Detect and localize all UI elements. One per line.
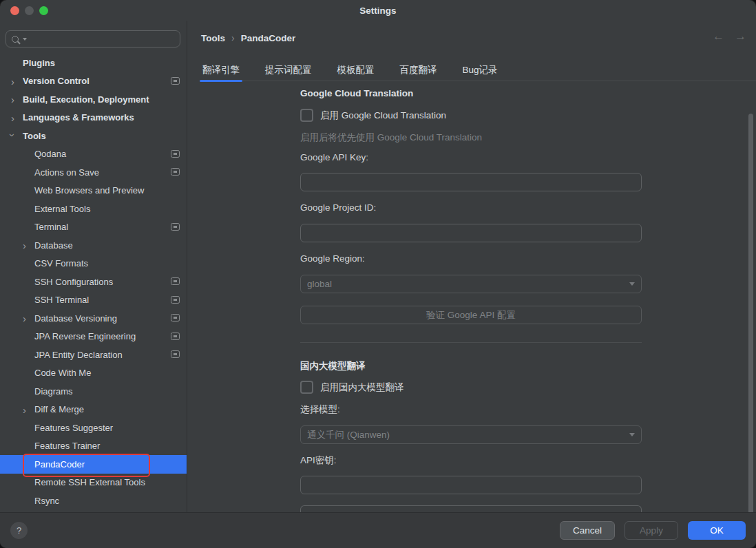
ok-button[interactable]: OK [688, 521, 746, 540]
minimize-button[interactable] [25, 6, 34, 15]
sidebar-item-rsync[interactable]: Rsync [0, 492, 187, 510]
tab-label: 模板配置 [337, 64, 375, 76]
enable-google-row: 启用 Google Cloud Translation [300, 109, 446, 122]
sidebar-item-label: Remote SSH External Tools [34, 477, 145, 487]
zoom-button[interactable] [39, 6, 48, 15]
sidebar-item-label: JPA Entity Declaration [34, 350, 123, 360]
sidebar-item-jpa-entity-declaration[interactable]: JPA Entity Declaration [0, 346, 187, 364]
enable-domestic-checkbox[interactable] [300, 381, 313, 394]
sidebar-item-label: Diagrams [34, 386, 73, 397]
sidebar-item-diff-merge[interactable]: ›Diff & Merge [0, 401, 187, 419]
tab-4[interactable]: 百度翻译 [399, 60, 439, 81]
sidebar-item-tools[interactable]: ›Tools [0, 127, 187, 145]
validate-google-api-button[interactable]: 验证 Google API 配置 [300, 306, 642, 324]
settings-content: Tools › PandaCoder ← → 翻译引擎提示词配置模板配置百度翻译… [187, 21, 756, 513]
tab-1[interactable]: 翻译引擎 [201, 60, 241, 81]
sidebar-item-languages-frameworks[interactable]: ›Languages & Frameworks [0, 109, 187, 127]
chevron-right-icon[interactable]: › [11, 94, 14, 105]
sidebar-item-external-tools[interactable]: External Tools [0, 200, 187, 218]
tab-3[interactable]: 模板配置 [336, 60, 376, 81]
sidebar-item-ssh-terminal[interactable]: SSH Terminal [0, 291, 187, 310]
sidebar-item-label: Code With Me [34, 368, 91, 378]
history-navigation: ← → [713, 30, 746, 42]
chevron-right-icon[interactable]: › [23, 404, 26, 414]
model-select-value: 通义千问 (Qianwen) [307, 429, 390, 441]
sidebar-item-terminal[interactable]: Terminal [0, 218, 187, 237]
google-region-select[interactable]: global [300, 275, 642, 293]
tab-2[interactable]: 提示词配置 [264, 60, 313, 81]
tab-label: Bug记录 [463, 64, 498, 76]
domestic-section-title: 国内大模型翻译 [300, 360, 366, 372]
sidebar-item-web-browsers-and-preview[interactable]: Web Browsers and Preview [0, 182, 187, 200]
sidebar-item-qodana[interactable]: Qodana [0, 145, 187, 164]
chevron-right-icon[interactable]: › [23, 313, 26, 324]
google-api-key-label: Google API Key: [300, 152, 368, 162]
enable-google-checkbox[interactable] [300, 109, 313, 122]
chevron-right-icon[interactable]: › [11, 76, 14, 86]
search-field[interactable] [6, 30, 180, 48]
sidebar-item-ssh-configurations[interactable]: SSH Configurations [0, 273, 187, 291]
traffic-lights [10, 6, 48, 15]
back-icon[interactable]: ← [713, 30, 724, 42]
sidebar-item-pandacoder[interactable]: PandaCoder [0, 455, 187, 474]
sidebar-item-label: Qodana [34, 149, 66, 159]
forward-icon[interactable]: → [735, 30, 746, 42]
settings-page-icon [171, 314, 180, 322]
vertical-scrollbar[interactable] [748, 114, 753, 513]
google-region-label: Google Region: [300, 253, 365, 264]
window-title: Settings [359, 6, 396, 16]
model-select-label: 选择模型: [300, 403, 340, 416]
footer-buttons: Cancel Apply OK [560, 521, 746, 540]
google-region-value: global [307, 279, 332, 289]
search-icon [12, 36, 19, 43]
sidebar-item-label: SSH Terminal [34, 295, 89, 305]
sidebar-item-features-trainer[interactable]: Features Trainer [0, 437, 187, 456]
sidebar-item-csv-formats[interactable]: CSV Formats [0, 255, 187, 273]
close-button[interactable] [10, 6, 19, 15]
sidebar-item-plugins[interactable]: Plugins [0, 54, 187, 72]
sidebar-item-version-control[interactable]: ›Version Control [0, 72, 187, 91]
sidebar-item-label: Features Trainer [34, 441, 100, 451]
sidebar-item-remote-ssh-external-tools[interactable]: Remote SSH External Tools [0, 474, 187, 492]
settings-page-icon [171, 223, 180, 231]
sidebar-item-label: Diff & Merge [34, 404, 84, 414]
google-project-id-input[interactable] [300, 224, 642, 242]
sidebar-item-label: Tools [23, 131, 46, 141]
sidebar-item-label: Database Versioning [34, 313, 117, 324]
dialog-footer: ? Cancel Apply OK [0, 512, 756, 548]
sidebar-item-database[interactable]: ›Database [0, 236, 187, 255]
sidebar-item-code-with-me[interactable]: Code With Me [0, 364, 187, 383]
sidebar-item-label: Version Control [23, 76, 90, 86]
api-secret-label: API密钥: [300, 454, 337, 467]
sidebar-item-label: Database [34, 240, 73, 251]
settings-sidebar: Plugins›Version Control›Build, Execution… [0, 21, 187, 513]
sidebar-item-build-execution-deployment[interactable]: ›Build, Execution, Deployment [0, 90, 187, 109]
sidebar-item-actions-on-save[interactable]: Actions on Save [0, 163, 187, 182]
settings-page-icon [171, 350, 180, 358]
title-bar: Settings [0, 0, 756, 21]
settings-page-icon [171, 333, 180, 340]
sidebar-item-database-versioning[interactable]: ›Database Versioning [0, 309, 187, 328]
tab-5[interactable]: Bug记录 [461, 60, 499, 81]
chevron-down-icon [23, 38, 27, 41]
chevron-down-icon[interactable]: › [8, 134, 18, 137]
help-icon[interactable]: ? [10, 522, 28, 539]
sidebar-item-label: Actions on Save [34, 167, 99, 178]
enable-domestic-row: 启用国内大模型翻译 [300, 381, 404, 394]
google-project-id-label: Google Project ID: [300, 202, 376, 213]
chevron-right-icon[interactable]: › [11, 112, 14, 123]
cancel-button[interactable]: Cancel [560, 521, 615, 540]
sidebar-item-jpa-reverse-engineering[interactable]: JPA Reverse Engineering [0, 328, 187, 346]
chevron-right-icon[interactable]: › [23, 240, 26, 251]
breadcrumb-parent[interactable]: Tools [201, 33, 225, 43]
api-secret-input[interactable] [300, 476, 642, 494]
settings-page-icon [171, 277, 180, 285]
sidebar-item-features-suggester[interactable]: Features Suggester [0, 419, 187, 437]
settings-page-icon [171, 77, 180, 85]
settings-scroll-area: Google Cloud Translation 启用 Google Cloud… [187, 81, 756, 513]
google-api-key-input[interactable] [300, 173, 642, 191]
apply-button[interactable]: Apply [624, 521, 678, 540]
sidebar-item-diagrams[interactable]: Diagrams [0, 382, 187, 401]
model-select[interactable]: 通义千问 (Qianwen) [300, 425, 642, 444]
breadcrumb-separator-icon: › [231, 32, 235, 43]
